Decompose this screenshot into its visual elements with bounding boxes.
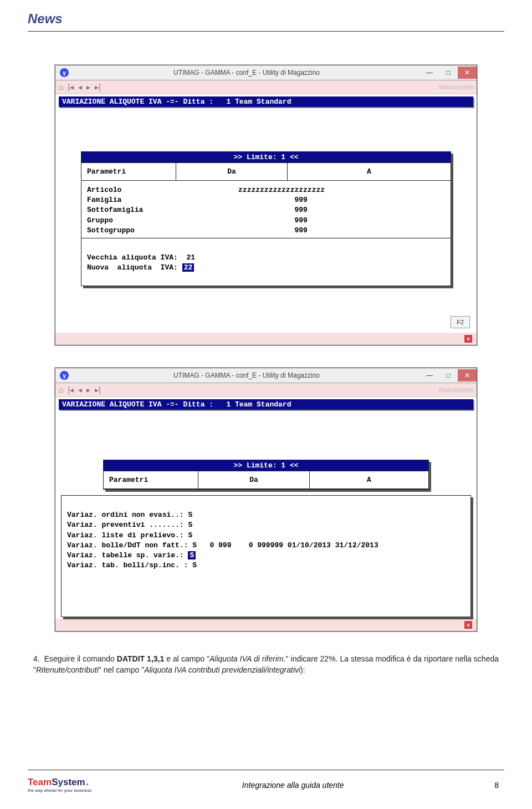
nav-next-icon[interactable]: ▸ (86, 83, 90, 91)
col-a: A (310, 471, 428, 489)
variaz-lines-post: Variaz. tab. bolli/sp.inc. : S (67, 561, 197, 569)
toolbar-brand: TeamSystem (438, 84, 473, 90)
close-button[interactable]: ✕ (458, 369, 477, 381)
window-title: UTIMAG - GAMMA - conf_E - Utility di Mag… (73, 69, 420, 77)
maximize-button[interactable]: □ (439, 369, 458, 381)
param-header-row: Parametri Da A (81, 162, 451, 181)
nav-prev-icon[interactable]: ◂ (78, 385, 82, 394)
close-small-icon[interactable]: ✕ (464, 621, 472, 629)
variaz-cursor-label: Variaz. tabelle sp. varie.: (67, 551, 188, 559)
variaz-lines-pre: Variaz. ordini non evasi..: S Variaz. pr… (67, 511, 378, 549)
nuova-aliquota-label: Nuova aliquota IVA: (87, 263, 182, 272)
variaz-cursor-input[interactable]: S (188, 551, 196, 559)
page-header: News (28, 11, 504, 27)
home-icon[interactable]: ⌂ (59, 83, 63, 91)
titlebar: γ UTIMAG - GAMMA - conf_E - Utility di M… (55, 65, 477, 80)
nav-first-icon[interactable]: |◂ (68, 83, 74, 91)
toolbar-brand: TeamSystem (438, 386, 473, 393)
app-window-1: γ UTIMAG - GAMMA - conf_E - Utility di M… (55, 65, 477, 345)
app-icon: γ (60, 68, 69, 77)
col-parametri: Parametri (104, 471, 198, 489)
app-icon: γ (60, 371, 69, 380)
param-header-row: Parametri Da A (104, 471, 428, 489)
home-icon[interactable]: ⌂ (59, 385, 63, 394)
app-window-2: γ UTIMAG - GAMMA - conf_E - Utility di M… (55, 368, 477, 632)
footer-page-number: 8 (494, 781, 504, 790)
nuova-aliquota-input[interactable]: 22 (182, 263, 195, 272)
col-parametri: Parametri (81, 163, 176, 180)
vecchia-aliquota: Vecchia aliquota IVA: 21 (87, 253, 195, 262)
toolbar: ⌂ |◂ ◂ ▸ ▸| TeamSystem (55, 80, 477, 94)
nav-last-icon[interactable]: ▸| (95, 385, 101, 394)
nav-last-icon[interactable]: ▸| (95, 83, 101, 91)
minimize-button[interactable]: — (420, 67, 439, 79)
nav-first-icon[interactable]: |◂ (68, 385, 74, 394)
f2-button[interactable]: F2 (451, 316, 470, 328)
param-panel: >> Limite: 1 << Parametri Da A Articolo … (81, 151, 451, 286)
screen-title-bar: VARIAZIONE ALIQUOTE IVA -=- Ditta : 1 Te… (59, 399, 473, 410)
nav-next-icon[interactable]: ▸ (86, 385, 90, 394)
col-da: Da (176, 163, 288, 180)
nav-prev-icon[interactable]: ◂ (78, 83, 82, 91)
close-button[interactable]: ✕ (458, 67, 477, 79)
header-divider (28, 31, 504, 32)
footer-center: Integrazione alla guida utente (91, 781, 494, 790)
toolbar: ⌂ |◂ ◂ ▸ ▸| TeamSystem (55, 383, 477, 397)
bottom-strip: ✕ (55, 619, 477, 631)
bottom-strip: ✕ (55, 333, 477, 345)
col-da: Da (198, 471, 310, 489)
variaz-panel: Variaz. ordini non evasi..: S Variaz. pr… (61, 495, 471, 617)
close-small-icon[interactable]: ✕ (464, 335, 472, 343)
limite-bar: >> Limite: 1 << (104, 460, 428, 471)
maximize-button[interactable]: □ (439, 67, 458, 79)
screen-title-bar: VARIAZIONE ALIQUOTE IVA -=- Ditta : 1 Te… (59, 96, 473, 107)
limite-bar: >> Limite: 1 << (81, 152, 451, 162)
page-footer: TeamSystem. the way ahead for your busin… (28, 770, 504, 793)
instruction-paragraph: 4.Eseguire il comando DATDIT 1,3,1 e al … (33, 654, 499, 675)
titlebar: γ UTIMAG - GAMMA - conf_E - Utility di M… (55, 368, 477, 383)
minimize-button[interactable]: — (420, 369, 439, 381)
footer-logo: TeamSystem. the way ahead for your busin… (28, 777, 91, 793)
col-a: A (288, 163, 451, 180)
param-rows: Articolo zzzzzzzzzzzzzzzzzzzz Famiglia 9… (81, 181, 451, 238)
window-title: UTIMAG - GAMMA - conf_E - Utility di Mag… (73, 372, 420, 379)
